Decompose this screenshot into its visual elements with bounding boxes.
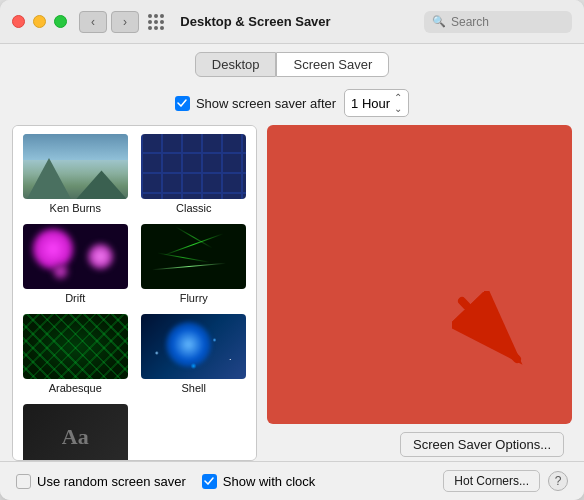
list-item[interactable]: Flurry bbox=[138, 222, 251, 306]
random-checkbox[interactable] bbox=[16, 474, 31, 489]
window-title: Desktop & Screen Saver bbox=[87, 14, 424, 29]
saver-list[interactable]: Ken Burns Classic bbox=[12, 125, 257, 461]
bottom-left: Use random screen saver bbox=[16, 474, 186, 489]
options-row: Show screen saver after 1 Hour ⌃⌄ bbox=[0, 85, 584, 125]
svg-line-1 bbox=[462, 301, 517, 359]
saver-thumbnail bbox=[141, 314, 246, 379]
saver-label: Classic bbox=[176, 202, 211, 214]
bottom-right: Hot Corners... ? bbox=[443, 470, 568, 492]
tab-desktop[interactable]: Desktop bbox=[195, 52, 277, 77]
saver-thumbnail: Aa bbox=[23, 404, 128, 461]
dropdown-arrow-icon: ⌃⌄ bbox=[394, 92, 402, 114]
main-content: Ken Burns Classic bbox=[0, 125, 584, 461]
search-icon: 🔍 bbox=[432, 15, 446, 28]
arrow-container bbox=[452, 291, 542, 384]
main-window: ‹ › Desktop & Screen Saver 🔍 Desktop Scr… bbox=[0, 0, 584, 500]
clock-label: Show with clock bbox=[223, 474, 315, 489]
saver-thumbnail: graphy bular lexico bbox=[141, 404, 246, 461]
list-item[interactable]: Arabesque bbox=[19, 312, 132, 396]
screen-saver-options-button[interactable]: Screen Saver Options... bbox=[400, 432, 564, 457]
clock-checkbox[interactable] bbox=[202, 474, 217, 489]
tab-bar: Desktop Screen Saver bbox=[0, 44, 584, 85]
time-dropdown[interactable]: 1 Hour ⌃⌄ bbox=[344, 89, 409, 117]
list-item[interactable]: graphy bular lexico Word of the Day bbox=[138, 402, 251, 461]
clock-option: Show with clock bbox=[202, 474, 315, 489]
saver-thumbnail bbox=[23, 314, 128, 379]
close-button[interactable] bbox=[12, 15, 25, 28]
preview-area bbox=[267, 125, 572, 424]
preview-panel: Screen Saver Options... bbox=[267, 125, 572, 461]
list-item[interactable]: Shell bbox=[138, 312, 251, 396]
saver-label: Shell bbox=[182, 382, 206, 394]
arrow-icon bbox=[452, 291, 542, 381]
titlebar: ‹ › Desktop & Screen Saver 🔍 bbox=[0, 0, 584, 44]
saver-label: Arabesque bbox=[49, 382, 102, 394]
saver-label: Drift bbox=[65, 292, 85, 304]
window-controls bbox=[12, 15, 67, 28]
list-item[interactable]: Aa Message bbox=[19, 402, 132, 461]
show-after-checkbox[interactable] bbox=[175, 96, 190, 111]
list-item[interactable]: Ken Burns bbox=[19, 132, 132, 216]
clock-checkmark-icon bbox=[204, 477, 214, 485]
show-after-label: Show screen saver after bbox=[175, 96, 336, 111]
help-button[interactable]: ? bbox=[548, 471, 568, 491]
saver-thumbnail bbox=[23, 134, 128, 199]
search-input[interactable] bbox=[451, 15, 564, 29]
saver-label: Flurry bbox=[180, 292, 208, 304]
tab-screensaver[interactable]: Screen Saver bbox=[276, 52, 389, 77]
list-item[interactable]: Drift bbox=[19, 222, 132, 306]
saver-thumbnail bbox=[141, 134, 246, 199]
hot-corners-button[interactable]: Hot Corners... bbox=[443, 470, 540, 492]
saver-thumbnail bbox=[141, 224, 246, 289]
list-item[interactable]: Classic bbox=[138, 132, 251, 216]
bottom-bar: Use random screen saver Show with clock … bbox=[0, 461, 584, 500]
maximize-button[interactable] bbox=[54, 15, 67, 28]
checkmark-icon bbox=[177, 99, 187, 107]
time-value: 1 Hour bbox=[351, 96, 390, 111]
show-after-text: Show screen saver after bbox=[196, 96, 336, 111]
random-label: Use random screen saver bbox=[37, 474, 186, 489]
saver-grid: Ken Burns Classic bbox=[19, 132, 250, 461]
saver-label: Ken Burns bbox=[50, 202, 101, 214]
minimize-button[interactable] bbox=[33, 15, 46, 28]
search-box[interactable]: 🔍 bbox=[424, 11, 572, 33]
saver-thumbnail bbox=[23, 224, 128, 289]
